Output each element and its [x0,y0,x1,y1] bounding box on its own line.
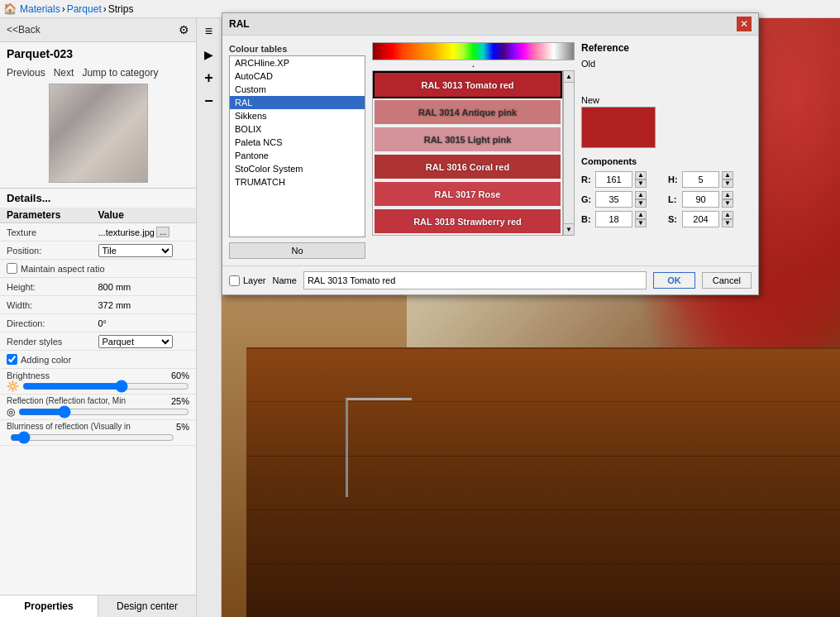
maintain-aspect-checkbox[interactable] [7,263,17,274]
cancel-button[interactable]: Cancel [702,272,752,289]
g-spin-down[interactable]: ▼ [635,199,647,208]
scroll-down-button[interactable]: ▼ [564,223,574,235]
g-input[interactable] [595,191,632,208]
swatches-container: RAL 3013 Tomato red RAL 3014 Antique pin… [372,70,575,236]
h-spin-down[interactable]: ▼ [722,179,733,188]
param-position: Position: Tile [0,242,196,260]
swatch-3014[interactable]: RAL 3014 Antique pink [373,98,562,126]
texture-value[interactable]: ...texturise.jpg [98,227,155,237]
no-button[interactable]: No [229,242,365,259]
r-spin-down[interactable]: ▼ [635,179,647,188]
list-item-stocolor[interactable]: StoColor System [230,162,365,175]
adding-color-checkbox[interactable] [7,354,17,365]
l-spinner[interactable]: ▲ ▼ [722,191,733,208]
param-direction: Direction: 0° [0,314,196,332]
g-spinner[interactable]: ▲ ▼ [635,191,647,208]
s-spinner[interactable]: ▲ ▼ [722,211,733,227]
l-input[interactable] [682,191,719,208]
list-item-paleta-ncs[interactable]: Paleta NCS [230,136,365,149]
breadcrumb-parquet[interactable]: Parquet [67,3,102,15]
b-input[interactable] [595,211,632,227]
toolbar-play-button[interactable]: ▶ [199,45,219,65]
g-spin-up[interactable]: ▲ [635,191,647,199]
l-spin-down[interactable]: ▼ [722,199,733,208]
dialog-body: Colour tables ARCHline.XP AutoCAD Custom… [222,36,758,265]
dialog-close-button[interactable]: ✕ [737,17,752,31]
tab-design-center[interactable]: Design center [98,595,197,617]
list-item-pantone[interactable]: Pantone [230,149,365,162]
jump-to-category-button[interactable]: Jump to category [82,67,158,79]
swatch-3017-color: RAL 3017 Rose [375,182,561,206]
render-styles-select[interactable]: Parquet [98,335,173,348]
scroll-up-button[interactable]: ▲ [564,71,574,83]
brightness-slider[interactable] [22,380,189,392]
toolbar-zoom-out-button[interactable]: − [199,91,219,111]
b-spin-up[interactable]: ▲ [635,211,647,219]
params-col-parameters: Parameters [7,209,98,221]
b-spin-down[interactable]: ▼ [635,219,647,227]
ok-button[interactable]: OK [653,272,695,289]
colour-tables-section: Colour tables ARCHline.XP AutoCAD Custom… [229,42,365,259]
texture-browse-button[interactable]: ... [156,227,169,237]
r-spin-up[interactable]: ▲ [635,171,647,179]
s-input[interactable] [682,211,719,227]
list-item-trumatch[interactable]: TRUMATCH [230,175,365,189]
nav-buttons: Previous Next Jump to category [0,65,196,84]
param-aspect: Maintain aspect ratio [0,260,196,278]
r-spinner[interactable]: ▲ ▼ [635,171,647,188]
param-brightness: Brightness 60% 🔆 [0,369,196,395]
b-spinner[interactable]: ▲ ▼ [635,211,647,227]
s-spin-down[interactable]: ▼ [722,219,733,227]
component-r: R: ▲ ▼ [581,171,665,188]
swatch-3015[interactable]: RAL 3015 Light pink [373,126,562,153]
l-spin-up[interactable]: ▲ [722,191,733,199]
list-item-bolix[interactable]: BOLIX [230,122,365,136]
param-render-styles: Render styles Parquet [0,332,196,351]
previous-button[interactable]: Previous [7,67,45,79]
h-spin-up[interactable]: ▲ [722,171,733,179]
list-item-autocad[interactable]: AutoCAD [230,69,365,83]
swatch-3018[interactable]: RAL 3018 Strawberry red [373,208,562,235]
ral-dialog: RAL ✕ Colour tables ARCHline.XP AutoCAD … [222,12,759,295]
param-height: Height: 800 mm [0,278,196,296]
new-color-box [581,107,656,148]
breadcrumb-materials[interactable]: Materials [20,3,60,15]
direction-value: 0° [98,318,107,328]
swatch-3014-color: RAL 3014 Antique pink [375,100,561,124]
s-spin-up[interactable]: ▲ [722,211,733,219]
app-icon: 🏠 [3,2,17,15]
list-item-custom[interactable]: Custom [230,83,365,96]
swatch-3013[interactable]: RAL 3013 Tomato red [373,71,562,98]
back-button[interactable]: <<Back [7,24,41,36]
settings-icon[interactable]: ⚙ [179,23,189,36]
blurriness-slider[interactable] [10,432,174,443]
swatch-3013-color: RAL 3013 Tomato red [375,73,561,97]
h-input[interactable] [682,171,719,188]
name-row: Name [273,271,647,289]
component-l: L: ▲ ▼ [668,191,752,208]
h-spinner[interactable]: ▲ ▼ [722,171,733,188]
material-preview [49,84,148,183]
name-input[interactable] [303,271,647,289]
toolbar-menu-button[interactable]: ≡ [199,22,219,41]
list-item-archline[interactable]: ARCHline.XP [230,56,365,69]
tab-properties[interactable]: Properties [0,595,98,617]
list-item-ral[interactable]: RAL [230,96,365,109]
position-select[interactable]: Tile [98,244,173,257]
layer-checkbox-row: Layer [229,275,266,286]
breadcrumb: Materials › Parquet › Strips [20,3,133,15]
swatch-3017[interactable]: RAL 3017 Rose [373,180,562,208]
reflection-slider[interactable] [18,406,189,418]
toolbar-zoom-in-button[interactable]: + [199,68,219,88]
left-panel: <<Back ⚙ Parquet-023 Previous Next Jump … [0,18,197,617]
params-header: Parameters Value [0,208,196,223]
layer-checkbox[interactable] [229,275,240,286]
blurriness-value: 5% [176,422,189,432]
swatches-scrollbar[interactable]: ▲ ▼ [563,70,575,236]
r-input[interactable] [595,171,632,188]
swatch-3016[interactable]: RAL 3016 Coral red [373,153,562,180]
colour-tables-list[interactable]: ARCHline.XP AutoCAD Custom RAL Sikkens B… [229,55,365,237]
list-item-sikkens[interactable]: Sikkens [230,109,365,122]
swatch-3015-color: RAL 3015 Light pink [375,127,561,151]
next-button[interactable]: Next [54,67,74,79]
